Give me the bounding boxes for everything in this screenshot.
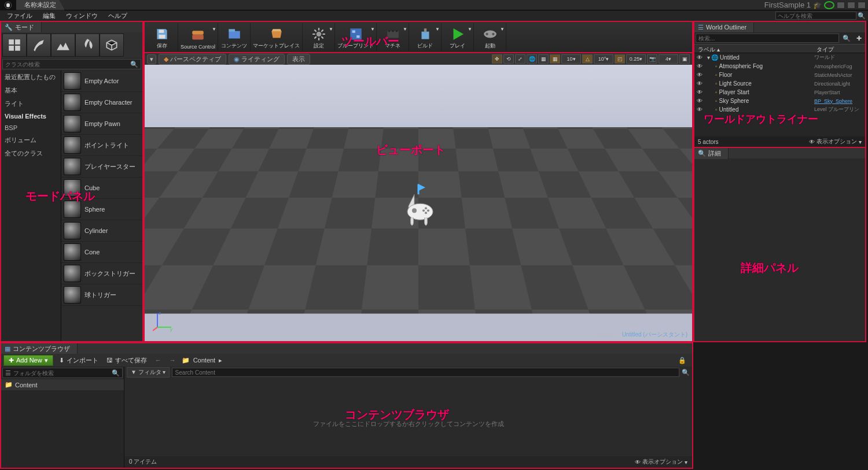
category-item[interactable]: ライト [1, 97, 61, 110]
menu-edit[interactable]: 編集 [38, 10, 60, 21]
placeable-item[interactable]: Empty Actor [61, 71, 142, 92]
toolbar-ブループリント[interactable]: ブループリント▼ [335, 23, 377, 51]
expand-icon[interactable]: ▾ [707, 54, 710, 61]
transform-move-icon[interactable]: ⟲ [503, 54, 514, 64]
surface-snap-icon[interactable]: ▦ [538, 54, 549, 64]
toolbar-設定[interactable]: 設定▼ [303, 23, 335, 51]
coord-space-icon[interactable]: 🌐 [527, 54, 537, 64]
eye-icon[interactable]: 👁 [697, 106, 705, 113]
placeable-item[interactable]: Sphere [61, 199, 142, 220]
add-new-button[interactable]: ✚ Add New ▾ [3, 355, 53, 366]
placeable-item[interactable]: Cone [61, 242, 142, 263]
placeable-item[interactable]: ポイントライト [61, 135, 142, 156]
grid-snap-icon[interactable]: ▦ [550, 54, 560, 64]
content-drop-area[interactable]: ファイルをここにドロップするか右クリックしてコンテンツを作成 [124, 378, 692, 456]
eye-icon[interactable]: 👁 [697, 54, 705, 61]
menu-window[interactable]: ウィンドウ [61, 10, 102, 21]
toolbar-プレイ[interactable]: プレイ▼ [442, 23, 474, 51]
category-item[interactable]: ボリューム [1, 134, 61, 147]
camera-speed-value[interactable]: 4 ▾ [659, 54, 678, 64]
search-icon[interactable]: 🔍 [858, 12, 866, 20]
outliner-row[interactable]: 👁▫FloorStaticMeshActor [694, 71, 865, 79]
scale-snap-icon[interactable]: ◰ [615, 54, 625, 64]
maximize-viewport-icon[interactable]: ▣ [679, 54, 690, 64]
back-button[interactable]: ← [153, 357, 164, 364]
angle-snap-value[interactable]: 10° ▾ [594, 54, 613, 64]
lighting-button[interactable]: ◉ライティング [229, 54, 285, 65]
class-search-input[interactable] [5, 61, 130, 68]
toolbar-保存[interactable]: 保存 [146, 23, 178, 51]
viewport-menu-button[interactable]: ▾ [147, 54, 156, 64]
modes-tab[interactable]: 🔧モード [1, 22, 42, 33]
landscape-mode-button[interactable] [51, 34, 75, 57]
toolbar-コンテンツ[interactable]: コンテンツ [218, 23, 251, 51]
source-status-icon[interactable] [824, 1, 834, 9]
outliner-row[interactable]: 👁▾🌐Untitledワールド [694, 53, 865, 62]
search-icon[interactable]: 🔍 [840, 35, 853, 42]
document-tab[interactable]: 名称未設定 [16, 0, 65, 10]
placeable-item[interactable]: 球トリガー [61, 284, 142, 306]
academy-icon[interactable]: 🎓 [813, 1, 822, 9]
placeable-item[interactable]: Cylinder [61, 220, 142, 242]
close-button[interactable] [858, 2, 866, 9]
filters-button[interactable]: ▼ フィルタ ▾ [127, 367, 170, 378]
minimize-button[interactable] [837, 2, 845, 9]
category-item[interactable]: Visual Effects [1, 110, 61, 122]
perspective-button[interactable]: ◆パースペクティブ [159, 54, 226, 65]
class-search[interactable]: 🔍 [2, 59, 141, 69]
geometry-mode-button[interactable] [100, 34, 124, 57]
viewport[interactable]: z y レベル： Untitled (パーシスタント) [145, 65, 692, 341]
details-tab[interactable]: 🔍詳細 [694, 148, 729, 159]
outliner-tab[interactable]: ☰World Outliner [694, 23, 754, 32]
camera-speed-icon[interactable]: 📷 [647, 54, 657, 64]
add-filter-icon[interactable]: ✚ [854, 35, 864, 42]
content-folder[interactable]: 📁Content [1, 379, 124, 390]
place-mode-button[interactable] [2, 34, 27, 57]
transform-select-icon[interactable]: ✥ [492, 54, 502, 64]
menu-help[interactable]: ヘルプ [104, 10, 132, 21]
category-item[interactable]: 最近配置したもの [1, 71, 61, 84]
breadcrumb[interactable]: 📁Content▸ [182, 357, 223, 364]
outliner-row[interactable]: 👁▫Player StartPlayerStart [694, 88, 865, 97]
outliner-search-input[interactable] [696, 34, 839, 43]
sources-toggle-icon[interactable]: ☰ [5, 369, 11, 377]
placeable-item[interactable]: Cube [61, 177, 142, 199]
placeable-item[interactable]: Empty Character [61, 92, 142, 113]
outliner-row[interactable]: 👁▫Light SourceDirectionalLight [694, 79, 865, 88]
placeable-item[interactable]: Empty Pawn [61, 113, 142, 135]
toolbar-起動[interactable]: 起動▼ [474, 23, 506, 51]
category-item[interactable]: 基本 [1, 84, 61, 97]
menu-file[interactable]: ファイル [2, 10, 37, 21]
placeable-item[interactable]: ボックストリガー [61, 263, 142, 284]
foliage-mode-button[interactable] [75, 34, 100, 57]
help-search-input[interactable] [775, 12, 856, 20]
placeable-item[interactable]: プレイヤースター [61, 156, 142, 177]
forward-button[interactable]: → [167, 357, 178, 364]
maximize-button[interactable] [847, 2, 855, 9]
toolbar-Source Control[interactable]: Source Control▼ [178, 23, 218, 51]
transform-scale-icon[interactable]: ⤢ [515, 54, 525, 64]
outliner-row[interactable]: 👁▫Atmospheric FogAtmosphericFog [694, 62, 865, 71]
outliner-row[interactable]: 👁▫UntitledLevel ブループリン [694, 105, 865, 114]
category-item[interactable]: 全てのクラス [1, 147, 61, 160]
outliner-row[interactable]: 👁▫Sky SphereBP_Sky_Sphere [694, 97, 865, 105]
player-start-actor[interactable] [398, 184, 439, 231]
show-button[interactable]: 表示 [287, 54, 310, 65]
grid-snap-value[interactable]: 10 ▾ [561, 54, 581, 64]
scale-snap-value[interactable]: 0.25 ▾ [626, 54, 646, 64]
toolbar-マチネ[interactable]: マチネ▼ [377, 23, 409, 51]
paint-mode-button[interactable] [27, 34, 51, 57]
eye-icon[interactable]: 👁 [697, 80, 705, 87]
content-browser-tab[interactable]: ▦コンテンツブラウザ [1, 343, 78, 354]
save-all-button[interactable]: 🖫すべて保存 [104, 356, 149, 365]
import-button[interactable]: ⬇インポート [57, 356, 101, 365]
eye-icon[interactable]: 👁 [697, 63, 705, 69]
eye-icon[interactable]: 👁 [697, 72, 705, 78]
angle-snap-icon[interactable]: △ [582, 54, 593, 64]
category-item[interactable]: BSP [1, 122, 61, 134]
column-type[interactable]: タイプ [814, 45, 865, 53]
eye-icon[interactable]: 👁 [697, 98, 705, 104]
eye-icon[interactable]: 👁 [697, 89, 705, 95]
content-search-input[interactable] [172, 368, 679, 377]
toolbar-ビルド[interactable]: ビルド▼ [409, 23, 442, 51]
